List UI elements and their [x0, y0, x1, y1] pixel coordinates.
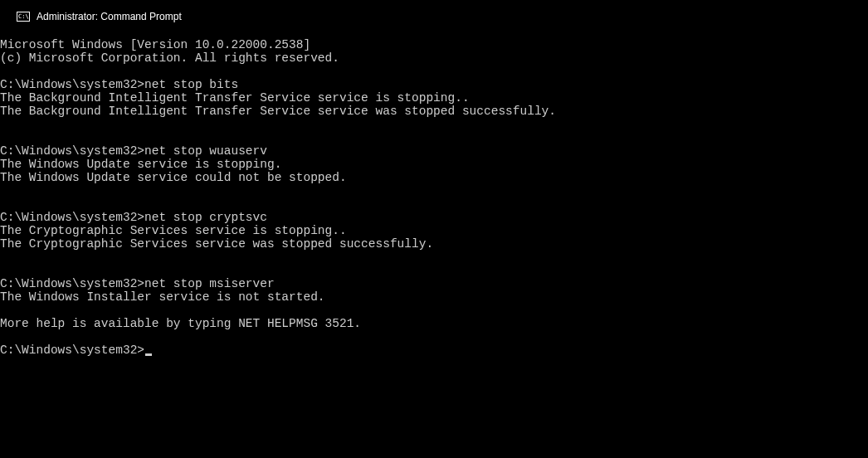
output-line: The Windows Update service is stopping. — [0, 158, 281, 171]
output-line: The Windows Update service could not be … — [0, 171, 347, 184]
copyright-line: (c) Microsoft Corporation. All rights re… — [0, 51, 339, 65]
prompt: C:\Windows\system32> — [0, 277, 144, 290]
terminal-area[interactable]: Microsoft Windows [Version 10.0.22000.25… — [0, 33, 868, 357]
prompt: C:\Windows\system32> — [0, 211, 144, 224]
output-line: The Background Intelligent Transfer Serv… — [0, 91, 470, 105]
output-line: The Cryptographic Services service was s… — [0, 237, 433, 251]
window-title: Administrator: Command Prompt — [37, 11, 182, 22]
output-line: The Cryptographic Services service is st… — [0, 224, 347, 237]
command-text: net stop bits — [144, 78, 238, 91]
output-line: More help is available by typing NET HEL… — [0, 317, 361, 330]
output-line: The Background Intelligent Transfer Serv… — [0, 105, 556, 118]
version-line: Microsoft Windows [Version 10.0.22000.25… — [0, 38, 310, 51]
prompt: C:\Windows\system32> — [0, 78, 144, 91]
output-line: The Windows Installer service is not sta… — [0, 290, 325, 304]
command-text: net stop wuauserv — [144, 144, 267, 158]
window-titlebar[interactable]: Administrator: Command Prompt — [0, 0, 868, 33]
cmd-icon — [17, 12, 30, 22]
command-text: net stop cryptsvc — [144, 211, 267, 224]
current-prompt: C:\Windows\system32> — [0, 344, 144, 357]
cursor-icon — [145, 353, 152, 356]
prompt: C:\Windows\system32> — [0, 144, 144, 158]
command-text: net stop msiserver — [144, 277, 275, 290]
